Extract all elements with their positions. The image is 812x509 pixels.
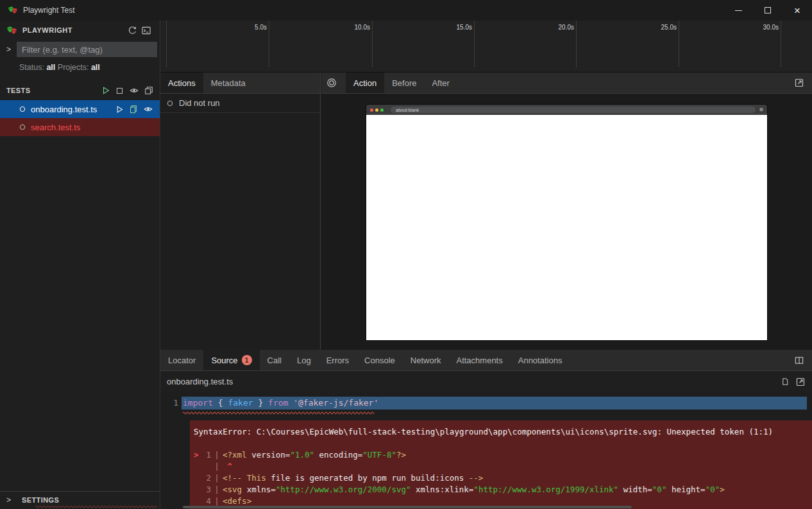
- error-message: SyntaxError: C:\Courses\EpicWeb\full-sta…: [194, 426, 812, 437]
- tab-console[interactable]: Console: [357, 350, 403, 370]
- tab-label: Errors: [326, 356, 349, 365]
- tab-label: Log: [297, 356, 311, 365]
- details-tabbar: Locator Source 1 Call Log Errors Console…: [160, 350, 812, 371]
- show-source-button[interactable]: [129, 105, 138, 114]
- run-test-button[interactable]: [115, 105, 124, 114]
- toggle-split-view-button[interactable]: [794, 350, 812, 370]
- timeline-tick-label: 15.0s: [457, 24, 472, 31]
- frame-caret: ^: [223, 461, 232, 472]
- test-file-row-search[interactable]: search.test.ts: [0, 118, 160, 136]
- chevron-right-icon: >: [6, 496, 17, 505]
- filter-input[interactable]: [17, 42, 157, 57]
- maximize-button[interactable]: [753, 0, 782, 21]
- status-value[interactable]: all: [46, 63, 55, 72]
- actions-tabbar: Actions Metadata: [160, 73, 320, 94]
- page-url: about:blank: [396, 108, 419, 112]
- collapse-all-button[interactable]: [144, 86, 153, 95]
- tab-label: Source: [211, 356, 237, 365]
- source-code-panel[interactable]: 1 import { faker } from '@faker-js/faker…: [160, 392, 812, 509]
- copy-path-button[interactable]: [780, 377, 789, 386]
- status-label: Status:: [19, 63, 44, 72]
- tab-label: Locator: [168, 356, 196, 365]
- code-frame-line: 2 | <!-- This file is generated by npm r…: [194, 472, 812, 484]
- tab-action[interactable]: Action: [346, 73, 384, 93]
- test-status-circle-icon: [19, 106, 26, 112]
- sidebar-header: PLAYWRIGHT: [0, 21, 160, 40]
- tab-errors[interactable]: Errors: [319, 350, 357, 370]
- external-link-icon: [795, 377, 806, 387]
- projects-value[interactable]: all: [91, 63, 100, 72]
- frame-line-number: 2: [202, 472, 211, 484]
- expand-chevron-icon[interactable]: >: [6, 45, 17, 54]
- tab-call[interactable]: Call: [260, 350, 289, 370]
- minimize-icon: [735, 10, 742, 11]
- tab-locator[interactable]: Locator: [160, 350, 203, 370]
- target-icon: [326, 78, 337, 88]
- tab-label: Annotations: [518, 356, 562, 365]
- traffic-light-yellow-icon: [375, 108, 378, 112]
- tab-metadata[interactable]: Metadata: [203, 73, 253, 93]
- tab-log[interactable]: Log: [289, 350, 319, 370]
- run-all-button[interactable]: [101, 86, 110, 95]
- tab-attachments[interactable]: Attachments: [448, 350, 510, 370]
- address-bar: about:blank: [391, 107, 756, 113]
- horizontal-scrollbar-thumb[interactable]: [183, 506, 632, 508]
- frame-line-number: 1: [202, 449, 211, 461]
- stop-button[interactable]: [115, 87, 124, 95]
- browser-page-blank: [366, 115, 767, 340]
- traffic-light-red-icon: [370, 108, 373, 112]
- tab-network[interactable]: Network: [403, 350, 449, 370]
- timeline-gridline: 25.0s: [679, 21, 679, 67]
- settings-title: SETTINGS: [22, 496, 59, 504]
- error-code-frame: > 1 | <?xml version="1.0" encoding="UTF-…: [194, 449, 812, 507]
- terminal-button[interactable]: [139, 23, 153, 37]
- error-line-marker: [194, 461, 202, 472]
- timeline-gridline: 10.0s: [372, 21, 373, 67]
- tab-label: Attachments: [456, 356, 502, 365]
- reload-tests-button[interactable]: [125, 23, 139, 37]
- status-line: Status: all Projects: all: [0, 59, 160, 76]
- tab-source[interactable]: Source 1: [203, 350, 259, 370]
- open-source-button[interactable]: [795, 377, 806, 387]
- copy-icon: [780, 377, 789, 386]
- external-link-icon: [794, 78, 804, 88]
- error-squiggle-underline: [183, 411, 374, 415]
- did-not-run-item[interactable]: Did not run: [160, 94, 320, 113]
- timeline-tick-label: 5.0s: [255, 24, 267, 31]
- tab-actions[interactable]: Actions: [160, 73, 203, 93]
- frame-code-text: <?xml version="1.0" encoding="UTF-8"?>: [223, 449, 406, 461]
- frame-gutter-pipe: |: [211, 461, 223, 472]
- tab-before[interactable]: Before: [384, 73, 424, 93]
- browser-snapshot: about:blank ≡: [366, 105, 767, 340]
- timeline-gridline: 30.0s: [781, 21, 781, 67]
- pick-locator-button[interactable]: [321, 73, 346, 93]
- timeline-gridline: [166, 21, 167, 67]
- snapshot-toolbar: Action Before After: [321, 73, 812, 94]
- frame-code-text: <svg xmlns="http://www.w3.org/2000/svg" …: [223, 484, 725, 496]
- traffic-light-green-icon: [380, 108, 384, 112]
- tab-label: Action: [353, 78, 376, 88]
- error-line-marker: [194, 484, 202, 496]
- watch-all-button[interactable]: [129, 86, 139, 95]
- minimize-button[interactable]: [723, 0, 753, 21]
- playwright-masks-icon: [6, 26, 17, 35]
- test-status-circle-icon: [19, 124, 26, 130]
- tab-after[interactable]: After: [424, 73, 457, 93]
- tests-section-header: TESTS: [0, 81, 160, 100]
- tab-annotations[interactable]: Annotations: [511, 350, 570, 370]
- source-filename: onboarding.test.ts: [167, 377, 780, 386]
- tab-label: Metadata: [211, 78, 246, 88]
- filter-row: >: [0, 40, 160, 59]
- open-snapshot-button[interactable]: [794, 73, 812, 93]
- watch-test-button[interactable]: [143, 105, 153, 114]
- line-number: 1: [160, 397, 178, 410]
- window-title: Playwright Test: [23, 6, 74, 15]
- close-button[interactable]: ×: [782, 0, 812, 21]
- timeline[interactable]: 5.0s 10.0s 15.0s 20.0s 25.0s 30.0s: [160, 21, 812, 73]
- test-file-name: onboarding.test.ts: [31, 105, 115, 114]
- frame-line-number: 3: [202, 484, 211, 496]
- error-line-marker: [194, 472, 202, 484]
- test-file-row-onboarding[interactable]: onboarding.test.ts: [0, 100, 160, 118]
- timeline-tick-label: 10.0s: [355, 24, 370, 31]
- frame-gutter-pipe: |: [211, 484, 223, 496]
